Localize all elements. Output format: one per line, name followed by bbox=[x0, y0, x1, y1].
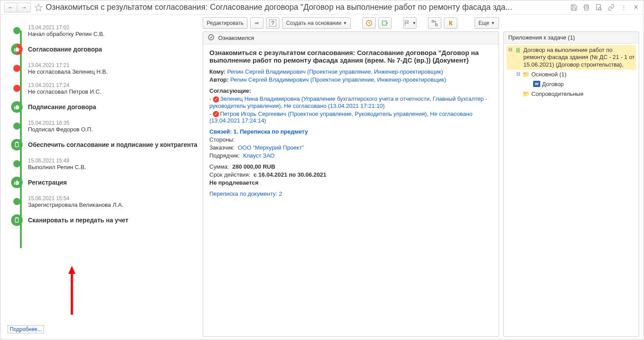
document-title: Ознакомиться с результатом согласования:… bbox=[209, 49, 492, 64]
timeline-meta: 13.04.2021 17:02 bbox=[28, 24, 105, 31]
timeline-item: Обеспечить согласование и подписание у к… bbox=[11, 139, 203, 150]
svg-marker-7 bbox=[68, 266, 75, 274]
edit-button[interactable]: Редактировать bbox=[203, 17, 247, 29]
timeline-item: Согласование договора bbox=[11, 43, 203, 55]
timeline-title: Согласование договора bbox=[28, 44, 102, 53]
tree-collapse-icon[interactable]: ⊟ bbox=[507, 47, 513, 52]
timeline-subtitle: Подписал Федоров О.П. bbox=[28, 126, 93, 133]
timeline-panel: 13.04.2021 17:02 Начал обработку Репин С… bbox=[3, 17, 203, 337]
folder-icon: 📁 bbox=[522, 71, 530, 78]
main-column: Редактировать ➡ ? Создать на основании▼ … bbox=[203, 17, 499, 337]
word-file-icon: W bbox=[533, 81, 540, 87]
svg-rect-1 bbox=[585, 8, 588, 10]
clipboard-icon bbox=[11, 139, 23, 150]
timeline-dot-icon bbox=[13, 123, 20, 130]
folder-icon: 📁 bbox=[522, 91, 530, 97]
nav-forward-button[interactable]: → bbox=[17, 3, 31, 12]
timeline-item: 13.04.2021 17:21 Не согласовала Зеленец … bbox=[11, 61, 203, 75]
tree-row-file[interactable]: W Договор bbox=[507, 79, 636, 89]
sum-value: 280 000,00 RUB bbox=[232, 163, 275, 170]
attachments-tree: ⊟ 🗎 Договор на выполнение работ по ремон… bbox=[504, 43, 639, 336]
timeline-item: 15.04.2021 16:35 Подписал Федоров О.П. bbox=[11, 119, 203, 133]
sum-label: Сумма: bbox=[209, 163, 229, 170]
timeline-dot-icon bbox=[13, 198, 20, 205]
thumb-up-icon bbox=[11, 177, 23, 188]
timeline-subtitle: Начал обработку Репин С.В. bbox=[28, 31, 105, 37]
close-icon[interactable]: × bbox=[632, 4, 640, 12]
tree-label: Основной (1) bbox=[531, 71, 566, 78]
timeline-title: Сканировать и передать на учет bbox=[28, 215, 128, 224]
flag-button[interactable]: ▼ bbox=[403, 17, 416, 29]
save-icon[interactable] bbox=[570, 4, 578, 12]
caret-down-icon: ▼ bbox=[412, 21, 416, 25]
timeline-title: Обеспечить согласование и подписание у к… bbox=[28, 140, 197, 148]
check-circle-icon bbox=[208, 34, 215, 42]
print-icon[interactable] bbox=[582, 4, 590, 12]
timeline-title: Регистрация bbox=[28, 178, 67, 186]
approver-link[interactable]: Зеленец Нина Владимировна (Управление бу… bbox=[209, 95, 487, 109]
timeline-item: 13.04.2021 17:24 Не согласовал Петров И.… bbox=[11, 81, 203, 95]
thumb-up-icon bbox=[11, 43, 23, 55]
nav-back-button[interactable]: ← bbox=[4, 3, 17, 12]
svg-rect-10 bbox=[432, 20, 434, 22]
clock-button[interactable] bbox=[362, 17, 376, 29]
links-link[interactable]: Связей: 1. Переписка по предмету bbox=[209, 128, 308, 135]
document-icon: 🗎 bbox=[514, 47, 522, 54]
correspondence-count[interactable]: 2 bbox=[279, 190, 282, 197]
k-button[interactable]: К bbox=[444, 17, 457, 29]
customer-link[interactable]: ООО "Меркурий Проект" bbox=[238, 144, 304, 151]
period-label: Срок действия: bbox=[209, 171, 251, 178]
forward-button[interactable]: ➡ bbox=[250, 17, 263, 29]
timeline-item: 15.06.2021 15:49 Выполнил Репин С.В. bbox=[11, 157, 203, 170]
timeline-dot-icon bbox=[13, 160, 20, 167]
noprolong-label: Не продлевается bbox=[209, 179, 492, 186]
timeline-title: Подписание договора bbox=[28, 102, 96, 111]
period-value: с 16.04.2021 по 30.06.2021 bbox=[254, 171, 326, 178]
search-page-icon[interactable] bbox=[595, 4, 603, 12]
tree-button[interactable] bbox=[428, 17, 441, 29]
contractor-label: Подрядчик: bbox=[209, 152, 240, 159]
reject-icon: ✓ bbox=[213, 111, 219, 117]
tree-row-document[interactable]: ⊟ 🗎 Договор на выполнение работ по ремон… bbox=[507, 45, 636, 70]
to-value-link[interactable]: Репин Сергей Владимирович (Проектное упр… bbox=[227, 68, 443, 75]
timeline-subtitle: Зарегистрировала Великанова Л.А. bbox=[28, 202, 123, 208]
approver-link[interactable]: Петров Игорь Сергеевич (Проектное управл… bbox=[209, 111, 472, 124]
favorite-star-icon[interactable] bbox=[33, 2, 44, 13]
timeline-meta: 15.06.2021 15:49 bbox=[28, 158, 86, 164]
document-body: Ознакомиться с результатом согласования:… bbox=[203, 44, 499, 203]
create-based-label: Создать на основании bbox=[286, 20, 342, 26]
timeline-dot-icon bbox=[13, 27, 20, 34]
contractor-link[interactable]: Клауст ЗАО bbox=[243, 152, 275, 159]
help-button[interactable]: ? bbox=[266, 17, 279, 29]
calendar-export-button[interactable] bbox=[378, 17, 392, 29]
timeline-item: 13.04.2021 17:02 Начал обработку Репин С… bbox=[11, 24, 203, 37]
more-details-link[interactable]: Подробнее... bbox=[8, 325, 44, 333]
clipboard-icon bbox=[11, 214, 23, 226]
timeline-meta: 15.06.2021 15:54 bbox=[28, 195, 123, 202]
status-strip: Ознакомился bbox=[203, 32, 499, 44]
timeline-subtitle: Не согласовал Петров И.С. bbox=[28, 88, 101, 95]
timeline-item: Подписание договора bbox=[11, 101, 203, 113]
tree-collapse-icon[interactable]: ⊟ bbox=[515, 71, 521, 77]
attachments-header: Приложения к задаче (1) bbox=[504, 32, 639, 43]
correspondence-link[interactable]: Переписка по документу: bbox=[209, 190, 277, 197]
more-label: Еще bbox=[479, 20, 489, 26]
more-button[interactable]: Еще▼ bbox=[475, 17, 499, 29]
document-panel: Ознакомился Ознакомиться с результатом с… bbox=[203, 32, 499, 337]
tree-row-folder[interactable]: ⊟ 📁 Основной (1) bbox=[507, 70, 636, 79]
tree-label: Сопроводительные bbox=[531, 91, 583, 98]
kebab-menu-icon[interactable]: ⋮ bbox=[620, 4, 628, 12]
tree-label: Договор bbox=[542, 81, 564, 88]
link-icon[interactable] bbox=[607, 4, 615, 12]
tree-row-folder[interactable]: 📁 Сопроводительные bbox=[507, 89, 636, 99]
timeline-meta: 13.04.2021 17:24 bbox=[28, 82, 101, 88]
author-value-link[interactable]: Репин Сергей Владимирович (Проектное упр… bbox=[230, 76, 446, 83]
tree-label: Договор на выполнение работ по ремонту ф… bbox=[523, 47, 635, 68]
thumb-up-icon bbox=[11, 101, 23, 113]
create-based-button[interactable]: Создать на основании▼ bbox=[282, 17, 351, 29]
timeline-subtitle: Выполнил Репин С.В. bbox=[28, 164, 86, 170]
svg-rect-9 bbox=[382, 21, 386, 25]
header-actions: ⋮ × bbox=[570, 4, 640, 12]
timeline-meta: 15.04.2021 16:35 bbox=[28, 120, 93, 126]
timeline-dot-icon bbox=[13, 85, 20, 92]
